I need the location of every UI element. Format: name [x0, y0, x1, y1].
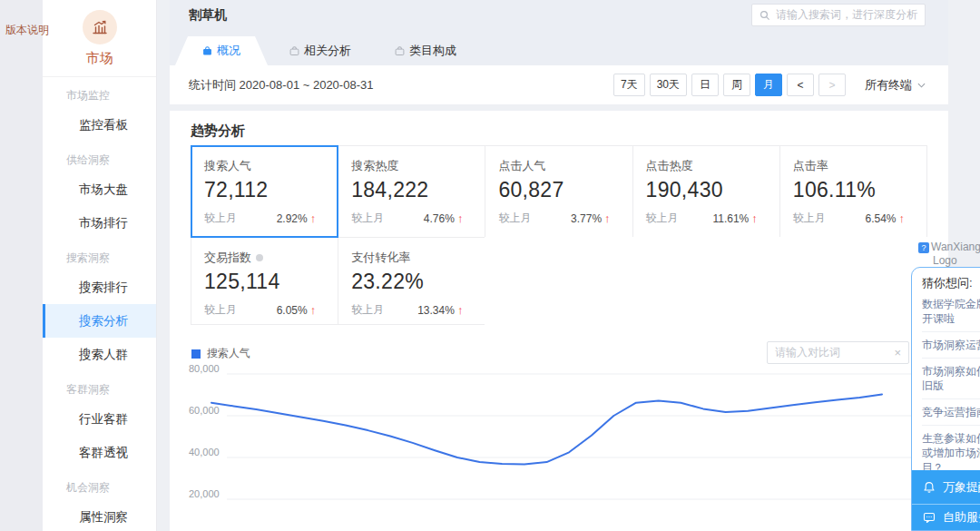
briefcase-icon — [202, 46, 212, 56]
info-dot-icon — [256, 254, 263, 261]
sidebar-item-search-crowd[interactable]: 搜索人群 — [43, 338, 156, 371]
assistant-logo-broken-image: ?WanXiang Logo — [918, 241, 980, 268]
tab-category-label: 类目构成 — [409, 43, 456, 59]
assistant-question[interactable]: 生意参谋如何修 或增加市场洞察 目？ — [922, 426, 980, 470]
delta-value: 6.54% — [865, 212, 896, 225]
sidebar-item-search-analysis[interactable]: 搜索分析 — [43, 304, 156, 338]
range-7d-button[interactable]: 7天 — [613, 74, 645, 96]
range-month-button[interactable]: 月 — [755, 74, 782, 96]
assistant-question[interactable]: 数据学院金牌讲 开课啦 — [922, 291, 980, 332]
assistant-panel: 猜你想问: 数据学院金牌讲 开课啦 市场洞察运营攻 市场洞察如何返 旧版 竞争运… — [911, 267, 980, 531]
sidebar-item-attribute-insight[interactable]: 属性洞察 — [43, 500, 156, 531]
range-week-button[interactable]: 周 — [723, 74, 750, 96]
action-label: 万象提醒 — [943, 479, 980, 496]
metric-card-pay-conversion[interactable]: 支付转化率 23.22% 较上月13.34%↑ — [338, 237, 485, 325]
metric-card-transaction-index[interactable]: 交易指数 125,114 较上月6.05%↑ — [191, 237, 338, 325]
version-note-link[interactable]: 版本说明 — [5, 23, 49, 38]
range-day-button[interactable]: 日 — [691, 74, 719, 96]
search-placeholder: 请输入搜索词，进行深度分析 — [776, 7, 917, 23]
metric-value: 106.11% — [793, 177, 914, 202]
assistant-questions: 猜你想问: 数据学院金牌讲 开课啦 市场洞察运营攻 市场洞察如何返 旧版 竞争运… — [912, 268, 980, 470]
self-service-button[interactable]: 自助服务 — [912, 504, 980, 530]
chart-legend[interactable]: 搜索人气 — [191, 346, 250, 361]
trend-chart: 80,00060,00040,00020,000 — [185, 363, 929, 531]
stats-time-label: 统计时间 2020-08-01 ~ 2020-08-31 — [189, 77, 373, 93]
trend-analysis-card: 趋势分析 搜索人气 72,112 较上月2.92%↑ 搜索热度 184,222 … — [170, 111, 948, 531]
vs-label: 较上月 — [351, 211, 384, 226]
vs-label: 较上月 — [793, 211, 826, 226]
menu-group-search-insight: 搜索洞察 — [43, 240, 156, 270]
vs-label: 较上月 — [351, 302, 384, 318]
up-arrow-icon: ↑ — [310, 211, 317, 225]
sidebar-item-crowd-perspective[interactable]: 客群透视 — [43, 436, 156, 469]
market-logo-icon — [83, 10, 117, 44]
sidebar-item-market-rank[interactable]: 市场排行 — [43, 206, 156, 240]
compare-placeholder: 请输入对比词 — [775, 345, 840, 360]
legend-label: 搜索人气 — [207, 346, 250, 361]
tab-category-composition[interactable]: 类目构成 — [373, 36, 478, 65]
question-line: 或增加市场洞察 — [922, 446, 980, 460]
trend-chart-area: 80,00060,00040,00020,000 — [185, 363, 929, 531]
tab-overview[interactable]: 概况 — [175, 36, 268, 65]
up-arrow-icon: ↑ — [751, 211, 758, 225]
bell-icon — [923, 481, 936, 494]
up-arrow-icon: ↑ — [898, 211, 905, 225]
metric-label: 搜索人气 — [204, 158, 325, 174]
sidebar-item-industry-crowd[interactable]: 行业客群 — [43, 402, 156, 436]
clear-icon[interactable]: × — [894, 346, 901, 359]
menu-group-market-monitor: 市场监控 — [43, 77, 156, 108]
up-arrow-icon: ↑ — [604, 211, 611, 225]
question-line: 竞争运营指南 — [922, 405, 980, 419]
metric-label: 点击热度 — [646, 158, 767, 174]
sidebar-item-market-overview[interactable]: 市场大盘 — [43, 172, 156, 206]
tab-related-analysis[interactable]: 相关分析 — [268, 36, 373, 65]
delta-value: 6.05% — [277, 304, 308, 317]
wanxiang-reminder-button[interactable]: 万象提醒 — [912, 470, 980, 504]
delta-value: 4.76% — [424, 212, 455, 225]
assistant-question[interactable]: 竞争运营指南 — [922, 399, 980, 426]
assistant-question[interactable]: 市场洞察如何返 旧版 — [922, 359, 980, 399]
briefcase-icon — [395, 46, 405, 56]
metric-card-click-rate[interactable]: 点击率 106.11% 较上月6.54%↑ — [779, 145, 927, 238]
delta-value: 11.61% — [712, 212, 749, 225]
metric-card-click-popularity[interactable]: 点击人气 60,827 较上月3.77%↑ — [485, 145, 632, 238]
trend-analysis-title: 趋势分析 — [191, 123, 245, 140]
app-logo[interactable]: 市场 — [43, 0, 156, 77]
metric-card-click-heat[interactable]: 点击热度 190,430 较上月11.61%↑ — [632, 145, 780, 238]
up-arrow-icon: ↑ — [457, 303, 464, 317]
vs-label: 较上月 — [646, 211, 679, 226]
vs-label: 较上月 — [204, 302, 237, 318]
svg-text:80,000: 80,000 — [189, 363, 220, 374]
range-next-button[interactable]: > — [818, 74, 846, 96]
search-input[interactable]: 请输入搜索词，进行深度分析 — [751, 4, 926, 26]
question-line: 开课啦 — [922, 311, 980, 326]
menu-group-customer-insight: 客群洞察 — [43, 371, 156, 402]
question-line: 市场洞察如何返 — [922, 364, 980, 379]
chat-icon — [923, 511, 936, 524]
metric-card-search-popularity[interactable]: 搜索人气 72,112 较上月2.92%↑ — [191, 145, 338, 238]
svg-text:40,000: 40,000 — [189, 447, 220, 457]
question-line: 市场洞察运营攻 — [922, 338, 980, 352]
metrics-grid: 搜索人气 72,112 较上月2.92%↑ 搜索热度 184,222 较上月4.… — [191, 145, 927, 325]
sidebar-item-search-rank[interactable]: 搜索排行 — [43, 270, 156, 304]
up-arrow-icon: ↑ — [457, 211, 464, 225]
delta-value: 3.77% — [571, 212, 602, 225]
svg-text:20,000: 20,000 — [189, 488, 220, 499]
assistant-question[interactable]: 市场洞察运营攻 — [922, 332, 980, 359]
briefcase-icon — [289, 46, 299, 56]
range-30d-button[interactable]: 30天 — [650, 74, 687, 96]
chevron-down-icon — [917, 83, 926, 88]
sidebar-item-monitor-board[interactable]: 监控看板 — [43, 108, 156, 142]
metric-card-search-heat[interactable]: 搜索热度 184,222 较上月4.76%↑ — [338, 145, 485, 238]
version-strip — [0, 0, 43, 531]
stats-row: 统计时间 2020-08-01 ~ 2020-08-31 7天 30天 日 周 … — [170, 65, 948, 104]
range-prev-button[interactable]: < — [787, 74, 814, 96]
compare-word-input[interactable]: 请输入对比词 × — [767, 341, 909, 364]
terminal-filter-dropdown[interactable]: 所有终端 — [865, 77, 926, 93]
tab-related-label: 相关分析 — [304, 43, 351, 59]
sidebar: 市场 市场监控 监控看板 供给洞察 市场大盘 市场排行 搜索洞察 搜索排行 搜索… — [43, 0, 157, 531]
question-line: 数据学院金牌讲 — [922, 297, 980, 311]
app-logo-label: 市场 — [43, 50, 156, 67]
assistant-panel-title: 猜你想问: — [922, 275, 980, 291]
metric-label: 支付转化率 — [351, 250, 472, 266]
